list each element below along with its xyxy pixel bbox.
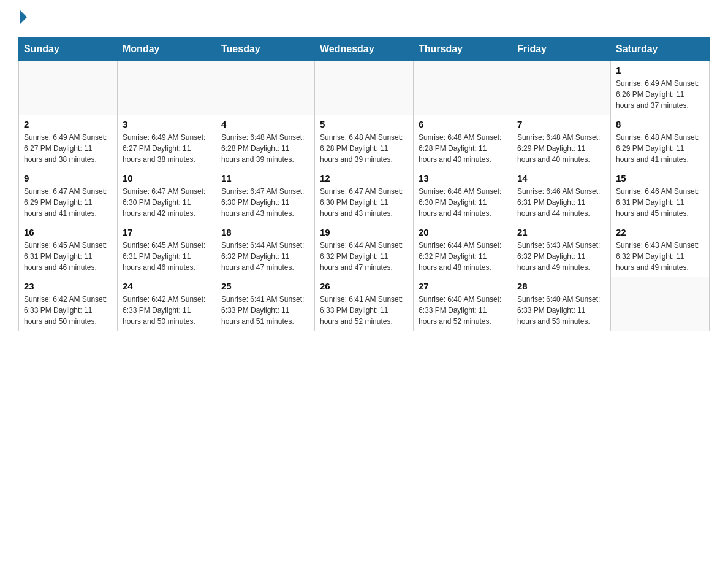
- day-info: Sunrise: 6:47 AM Sunset: 6:30 PM Dayligh…: [123, 186, 211, 219]
- calendar-cell: 18Sunrise: 6:44 AM Sunset: 6:32 PM Dayli…: [216, 223, 315, 277]
- calendar-cell: [19, 61, 118, 115]
- calendar-cell: 26Sunrise: 6:41 AM Sunset: 6:33 PM Dayli…: [315, 277, 414, 331]
- calendar-cell: 21Sunrise: 6:43 AM Sunset: 6:32 PM Dayli…: [512, 223, 611, 277]
- day-info: Sunrise: 6:48 AM Sunset: 6:28 PM Dayligh…: [320, 132, 408, 165]
- weekday-header-thursday: Thursday: [414, 37, 512, 61]
- week-row-2: 2Sunrise: 6:49 AM Sunset: 6:27 PM Daylig…: [19, 115, 710, 169]
- calendar-cell: 7Sunrise: 6:48 AM Sunset: 6:29 PM Daylig…: [512, 115, 611, 169]
- day-number: 14: [517, 173, 605, 183]
- day-info: Sunrise: 6:47 AM Sunset: 6:30 PM Dayligh…: [320, 186, 408, 219]
- weekday-header-sunday: Sunday: [19, 37, 118, 61]
- day-info: Sunrise: 6:45 AM Sunset: 6:31 PM Dayligh…: [123, 240, 211, 273]
- day-number: 28: [517, 281, 605, 291]
- day-info: Sunrise: 6:46 AM Sunset: 6:31 PM Dayligh…: [517, 186, 605, 219]
- day-info: Sunrise: 6:44 AM Sunset: 6:32 PM Dayligh…: [320, 240, 408, 273]
- day-info: Sunrise: 6:40 AM Sunset: 6:33 PM Dayligh…: [419, 294, 507, 327]
- calendar-cell: 9Sunrise: 6:47 AM Sunset: 6:29 PM Daylig…: [19, 169, 118, 223]
- day-number: 22: [616, 227, 704, 237]
- calendar-cell: 20Sunrise: 6:44 AM Sunset: 6:32 PM Dayli…: [414, 223, 512, 277]
- day-info: Sunrise: 6:48 AM Sunset: 6:29 PM Dayligh…: [616, 132, 704, 165]
- day-info: Sunrise: 6:43 AM Sunset: 6:32 PM Dayligh…: [517, 240, 605, 273]
- page-header: [18, 12, 710, 25]
- weekday-header-saturday: Saturday: [611, 37, 710, 61]
- calendar-cell: 10Sunrise: 6:47 AM Sunset: 6:30 PM Dayli…: [118, 169, 216, 223]
- calendar-cell: 13Sunrise: 6:46 AM Sunset: 6:30 PM Dayli…: [414, 169, 512, 223]
- week-row-4: 16Sunrise: 6:45 AM Sunset: 6:31 PM Dayli…: [19, 223, 710, 277]
- day-info: Sunrise: 6:42 AM Sunset: 6:33 PM Dayligh…: [24, 294, 112, 327]
- day-number: 19: [320, 227, 408, 237]
- day-info: Sunrise: 6:47 AM Sunset: 6:29 PM Dayligh…: [24, 186, 112, 219]
- calendar-cell: 2Sunrise: 6:49 AM Sunset: 6:27 PM Daylig…: [19, 115, 118, 169]
- calendar-cell: 4Sunrise: 6:48 AM Sunset: 6:28 PM Daylig…: [216, 115, 315, 169]
- weekday-header-tuesday: Tuesday: [216, 37, 315, 61]
- calendar-cell: 22Sunrise: 6:43 AM Sunset: 6:32 PM Dayli…: [611, 223, 710, 277]
- weekday-header-row: SundayMondayTuesdayWednesdayThursdayFrid…: [19, 37, 710, 61]
- calendar-cell: 5Sunrise: 6:48 AM Sunset: 6:28 PM Daylig…: [315, 115, 414, 169]
- day-number: 6: [419, 119, 507, 129]
- calendar-cell: 24Sunrise: 6:42 AM Sunset: 6:33 PM Dayli…: [118, 277, 216, 331]
- calendar-cell: 23Sunrise: 6:42 AM Sunset: 6:33 PM Dayli…: [19, 277, 118, 331]
- day-number: 3: [123, 119, 211, 129]
- day-info: Sunrise: 6:45 AM Sunset: 6:31 PM Dayligh…: [24, 240, 112, 273]
- day-info: Sunrise: 6:41 AM Sunset: 6:33 PM Dayligh…: [221, 294, 309, 327]
- weekday-header-monday: Monday: [118, 37, 216, 61]
- calendar-cell: 1Sunrise: 6:49 AM Sunset: 6:26 PM Daylig…: [611, 61, 710, 115]
- day-info: Sunrise: 6:46 AM Sunset: 6:31 PM Dayligh…: [616, 186, 704, 219]
- weekday-header-wednesday: Wednesday: [315, 37, 414, 61]
- calendar-cell: 3Sunrise: 6:49 AM Sunset: 6:27 PM Daylig…: [118, 115, 216, 169]
- calendar-cell: [216, 61, 315, 115]
- calendar-cell: [118, 61, 216, 115]
- logo: [18, 12, 27, 25]
- day-number: 7: [517, 119, 605, 129]
- day-number: 1: [616, 65, 704, 75]
- day-number: 17: [123, 227, 211, 237]
- day-info: Sunrise: 6:43 AM Sunset: 6:32 PM Dayligh…: [616, 240, 704, 273]
- day-number: 4: [221, 119, 309, 129]
- day-number: 8: [616, 119, 704, 129]
- day-info: Sunrise: 6:41 AM Sunset: 6:33 PM Dayligh…: [320, 294, 408, 327]
- weekday-header-friday: Friday: [512, 37, 611, 61]
- day-info: Sunrise: 6:46 AM Sunset: 6:30 PM Dayligh…: [419, 186, 507, 219]
- day-info: Sunrise: 6:48 AM Sunset: 6:29 PM Dayligh…: [517, 132, 605, 165]
- week-row-5: 23Sunrise: 6:42 AM Sunset: 6:33 PM Dayli…: [19, 277, 710, 331]
- week-row-3: 9Sunrise: 6:47 AM Sunset: 6:29 PM Daylig…: [19, 169, 710, 223]
- day-number: 26: [320, 281, 408, 291]
- day-number: 20: [419, 227, 507, 237]
- day-number: 9: [24, 173, 112, 183]
- day-number: 25: [221, 281, 309, 291]
- calendar-cell: 28Sunrise: 6:40 AM Sunset: 6:33 PM Dayli…: [512, 277, 611, 331]
- calendar-cell: 15Sunrise: 6:46 AM Sunset: 6:31 PM Dayli…: [611, 169, 710, 223]
- calendar-cell: [611, 277, 710, 331]
- calendar-cell: [315, 61, 414, 115]
- day-info: Sunrise: 6:47 AM Sunset: 6:30 PM Dayligh…: [221, 186, 309, 219]
- day-info: Sunrise: 6:42 AM Sunset: 6:33 PM Dayligh…: [123, 294, 211, 327]
- day-info: Sunrise: 6:49 AM Sunset: 6:26 PM Dayligh…: [616, 78, 704, 111]
- day-number: 18: [221, 227, 309, 237]
- day-number: 15: [616, 173, 704, 183]
- calendar-cell: [414, 61, 512, 115]
- calendar-cell: 27Sunrise: 6:40 AM Sunset: 6:33 PM Dayli…: [414, 277, 512, 331]
- calendar-cell: 11Sunrise: 6:47 AM Sunset: 6:30 PM Dayli…: [216, 169, 315, 223]
- day-info: Sunrise: 6:48 AM Sunset: 6:28 PM Dayligh…: [221, 132, 309, 165]
- day-info: Sunrise: 6:48 AM Sunset: 6:28 PM Dayligh…: [419, 132, 507, 165]
- day-number: 24: [123, 281, 211, 291]
- day-info: Sunrise: 6:44 AM Sunset: 6:32 PM Dayligh…: [221, 240, 309, 273]
- calendar-cell: 6Sunrise: 6:48 AM Sunset: 6:28 PM Daylig…: [414, 115, 512, 169]
- calendar-cell: 14Sunrise: 6:46 AM Sunset: 6:31 PM Dayli…: [512, 169, 611, 223]
- calendar-cell: 19Sunrise: 6:44 AM Sunset: 6:32 PM Dayli…: [315, 223, 414, 277]
- day-number: 21: [517, 227, 605, 237]
- day-number: 27: [419, 281, 507, 291]
- week-row-1: 1Sunrise: 6:49 AM Sunset: 6:26 PM Daylig…: [19, 61, 710, 115]
- calendar-cell: 16Sunrise: 6:45 AM Sunset: 6:31 PM Dayli…: [19, 223, 118, 277]
- day-number: 2: [24, 119, 112, 129]
- calendar-cell: 8Sunrise: 6:48 AM Sunset: 6:29 PM Daylig…: [611, 115, 710, 169]
- day-number: 11: [221, 173, 309, 183]
- day-number: 23: [24, 281, 112, 291]
- day-number: 16: [24, 227, 112, 237]
- day-number: 5: [320, 119, 408, 129]
- calendar-cell: 17Sunrise: 6:45 AM Sunset: 6:31 PM Dayli…: [118, 223, 216, 277]
- logo-arrow-icon: [20, 10, 27, 25]
- day-info: Sunrise: 6:40 AM Sunset: 6:33 PM Dayligh…: [517, 294, 605, 327]
- day-info: Sunrise: 6:44 AM Sunset: 6:32 PM Dayligh…: [419, 240, 507, 273]
- day-number: 13: [419, 173, 507, 183]
